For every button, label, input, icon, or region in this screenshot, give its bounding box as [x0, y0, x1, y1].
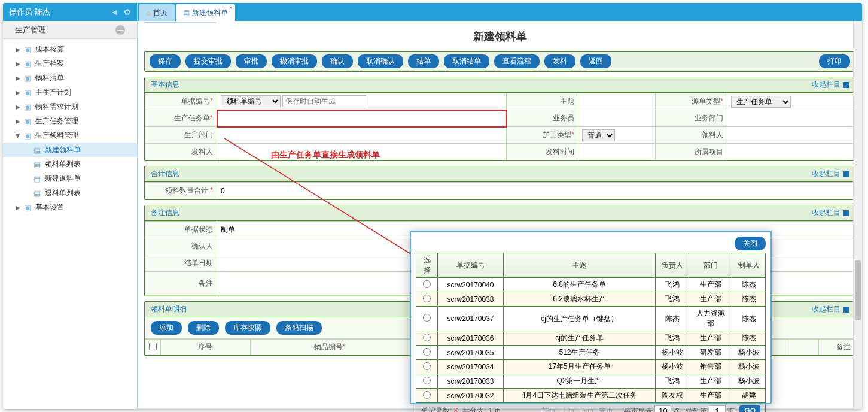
detail-添加[interactable]: 添加 — [151, 321, 182, 335]
popup-row[interactable]: scrw20170033Q2第一月生产 飞鸿生产部杨小波 — [416, 374, 766, 389]
total-qty-value: 0 — [217, 183, 855, 199]
print-button[interactable]: 打印 — [819, 54, 850, 68]
toolbar-结单[interactable]: 结单 — [408, 54, 439, 68]
tree-item-生产任务管理[interactable]: ▶▣生产任务管理 — [3, 114, 137, 128]
sidebar-back-icon[interactable]: ◄ — [111, 7, 119, 17]
pager-perpage-input[interactable] — [654, 405, 671, 412]
collapse-total[interactable]: 收起栏目 — [812, 169, 849, 179]
row-radio[interactable] — [423, 295, 431, 302]
tabbar: ⌂首页▤新建领料单× — [138, 3, 862, 21]
detail-条码扫描[interactable]: 条码扫描 — [276, 321, 322, 335]
tree-item-物料需求计划[interactable]: ▶▣物料需求计划 — [3, 99, 137, 114]
popup-col-负责人: 负责人 — [656, 253, 689, 278]
toolbar-返回[interactable]: 返回 — [580, 54, 611, 68]
collapse-basic[interactable]: 收起栏目 — [812, 80, 849, 90]
tab-新建领料单[interactable]: ▤新建领料单× — [176, 4, 235, 21]
page-icon: ▤ — [183, 8, 190, 17]
tree-item-基本设置[interactable]: ▶▣基本设置 — [3, 200, 137, 214]
section-detail-title: 领料单明细 — [151, 304, 187, 314]
pager-first[interactable]: 首页 — [541, 406, 556, 412]
sidebar: 操作员:陈杰 ◄ ✿ 生产管理 — ▶▣成本核算▶▣生产档案▶▣物料清单▶▣主生… — [3, 3, 138, 409]
collapse-icon[interactable]: — — [115, 25, 125, 35]
popup-col-制单人: 制单人 — [732, 253, 766, 278]
popup-row[interactable]: scrw20170035512生产任务 杨小波研发部杨小波 — [416, 346, 766, 360]
toolbar-撤消审批[interactable]: 撤消审批 — [272, 54, 317, 68]
row-radio[interactable] — [423, 377, 431, 384]
popup-row[interactable]: scrw201700386.2玻璃水杯生产 飞鸿生产部陈杰 — [416, 292, 766, 307]
popup-row[interactable]: scrw201700324月4日下达电脑组装生产第二次任务 陶友权生产部胡建 — [416, 389, 766, 403]
toolbar-取消结单[interactable]: 取消结单 — [444, 54, 489, 68]
collapse-detail[interactable]: 收起栏目 — [812, 304, 849, 314]
operator-label: 操作员:陈杰 — [9, 7, 50, 17]
popup-row[interactable]: scrw201700406.8的生产任务单 飞鸿生产部陈杰 — [416, 278, 766, 292]
toolbar-确认[interactable]: 确认 — [322, 54, 353, 68]
popup-col-部门: 部门 — [689, 253, 732, 278]
section-basic: 基本信息 收起栏目 单据编号* 领料单编号 主题 源单类型* 生产任务单 — [144, 77, 855, 161]
doc-no-input[interactable] — [282, 95, 366, 107]
detail-删除[interactable]: 删除 — [188, 321, 219, 335]
page-icon: ▤ — [33, 189, 41, 197]
folder-icon: ▣ — [23, 102, 32, 111]
home-icon: ⌂ — [146, 8, 151, 17]
close-icon[interactable]: × — [229, 4, 232, 11]
collapse-remark[interactable]: 收起栏目 — [812, 208, 849, 218]
toolbar-审批[interactable]: 审批 — [236, 54, 267, 68]
pager-prev[interactable]: 上页 — [561, 406, 575, 412]
pager-last[interactable]: 末页 — [599, 406, 613, 412]
detail-库存快照[interactable]: 库存快照 — [225, 321, 270, 335]
row-radio[interactable] — [423, 334, 431, 341]
detail-col-物品编号: 物品编号* — [250, 340, 409, 355]
pager-go-button[interactable]: GO — [739, 405, 760, 412]
toolbar-取消确认[interactable]: 取消确认 — [358, 54, 403, 68]
row-radio[interactable] — [423, 391, 431, 399]
toolbar-保存[interactable]: 保存 — [150, 54, 181, 68]
row-radio[interactable] — [423, 314, 431, 322]
popup-close-button[interactable]: 关闭 — [735, 237, 766, 250]
page-icon: ▤ — [33, 160, 41, 168]
folder-icon: ▣ — [23, 74, 32, 82]
popup-row[interactable]: scrw2017003417年5月生产任务单 杨小波销售部杨小波 — [416, 360, 766, 374]
task-picker-popup: 关闭 选择单据编号主题负责人部门制单人 scrw201700406.8的生产任务… — [410, 231, 772, 404]
popup-pager: 总记录数: 8 共分为: 1 页 首页 上页 下页 末页 每页显示 条 转到第 … — [416, 403, 766, 412]
tree-subitem-新建退料单[interactable]: ▤新建退料单 — [3, 171, 137, 186]
toolbar: 保存提交审批审批撤消审批确认取消确认结单取消结单查看流程发料返回 打印 — [144, 51, 855, 72]
tree-item-生产档案[interactable]: ▶▣生产档案 — [3, 56, 137, 71]
tree-item-生产领料管理[interactable]: ▶▣生产领料管理 — [3, 128, 137, 143]
folder-icon: ▣ — [23, 45, 32, 53]
tree-item-主生产计划[interactable]: ▶▣主生产计划 — [3, 85, 137, 99]
row-radio[interactable] — [423, 280, 431, 288]
tree-item-成本核算[interactable]: ▶▣成本核算 — [3, 42, 137, 56]
popup-col-主题: 主题 — [504, 253, 656, 278]
pager-goto-input[interactable] — [709, 405, 726, 412]
popup-row[interactable]: scrw20170037cj的生产任务单（键盘） 陈杰人力资源部陈杰 — [416, 307, 766, 331]
detail-col-check — [145, 340, 161, 355]
popup-col-选择: 选择 — [416, 253, 438, 278]
toolbar-提交审批[interactable]: 提交审批 — [185, 54, 231, 68]
folder-icon: ▣ — [23, 117, 32, 125]
tree-root[interactable]: 生产管理 — — [3, 21, 137, 39]
row-radio[interactable] — [423, 348, 431, 356]
row-radio[interactable] — [423, 362, 431, 370]
tree-subitem-新建领料单[interactable]: ▤新建领料单 — [3, 143, 137, 157]
section-remark-title: 备注信息 — [151, 208, 179, 218]
doc-no-type-select[interactable]: 领料单编号 — [221, 95, 281, 107]
detail-col-序号: 序号 — [161, 340, 251, 355]
popup-table: 选择单据编号主题负责人部门制单人 scrw201700406.8的生产任务单 飞… — [416, 253, 766, 403]
popup-row[interactable]: scrw20170036cj的生产任务单 飞鸿生产部陈杰 — [416, 331, 766, 346]
toolbar-发料[interactable]: 发料 — [544, 54, 575, 68]
pager-next[interactable]: 下页 — [580, 406, 594, 412]
vertical-scrollbar[interactable] — [853, 21, 862, 409]
section-total: 合计信息 收起栏目 领料数量合计 * 0 — [144, 166, 855, 200]
page-title: 新建领料单 — [144, 29, 855, 44]
page-icon: ▤ — [33, 174, 41, 183]
tree-item-物料清单[interactable]: ▶▣物料清单 — [3, 71, 137, 85]
sidebar-gear-icon[interactable]: ✿ — [124, 7, 131, 17]
toolbar-查看流程[interactable]: 查看流程 — [494, 54, 540, 68]
tree-subitem-退料单列表[interactable]: ▤退料单列表 — [3, 186, 137, 200]
proc-type-select[interactable]: 普通 — [582, 129, 615, 141]
tree-subitem-领料单列表[interactable]: ▤领料单列表 — [3, 157, 137, 171]
folder-icon: ▣ — [23, 131, 32, 140]
src-type-select[interactable]: 生产任务单 — [731, 96, 791, 108]
detail-checkall[interactable] — [149, 343, 157, 350]
tab-首页[interactable]: ⌂首页 — [139, 4, 175, 21]
